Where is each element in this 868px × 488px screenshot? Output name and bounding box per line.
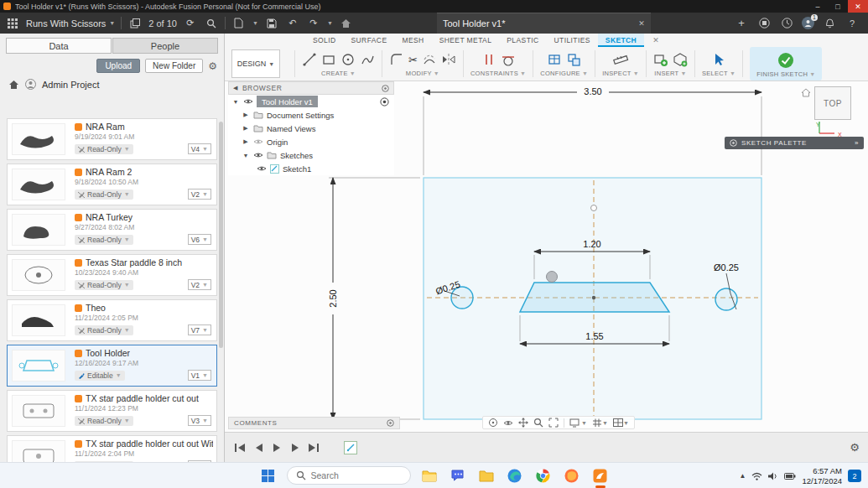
tree-expand-icon[interactable]: ▶ xyxy=(242,125,250,132)
document-tab-close-icon[interactable]: ✕ xyxy=(638,19,645,28)
comments-options-icon[interactable] xyxy=(387,419,394,427)
new-folder-button[interactable]: New Folder xyxy=(145,59,203,73)
browser-node-origin[interactable]: ▶ Origin xyxy=(228,135,394,148)
group-label[interactable]: CONFIGURE xyxy=(540,70,580,77)
pan-icon[interactable] xyxy=(518,418,528,428)
group-label[interactable]: INSERT xyxy=(654,70,678,77)
document-tab[interactable]: Tool Holder v1* ✕ xyxy=(437,13,651,34)
chrome-browser-icon[interactable] xyxy=(533,465,554,485)
fillet-tool-icon[interactable] xyxy=(389,52,404,67)
minimize-button[interactable]: – xyxy=(808,0,828,13)
version-dropdown[interactable]: V6▼ xyxy=(188,234,211,245)
finish-sketch-button[interactable]: FINISH SKETCH▼ xyxy=(750,47,822,80)
access-badge[interactable]: Read-Only▼ xyxy=(75,235,133,245)
design-card[interactable]: Texas Star paddle 8 inch 10/23/2024 9:40… xyxy=(7,254,217,296)
tab-surface[interactable]: SURFACE xyxy=(344,34,395,47)
group-label[interactable]: MODIFY xyxy=(406,70,432,77)
file-menu-icon[interactable] xyxy=(231,16,247,31)
offset-tool-icon[interactable] xyxy=(422,52,437,67)
tree-expand-icon[interactable]: ▼ xyxy=(242,153,250,158)
notifications-bell-icon[interactable] xyxy=(822,16,837,31)
activate-component-icon[interactable] xyxy=(380,97,389,106)
avatar[interactable]: 1 xyxy=(802,17,814,29)
configuration-icon[interactable] xyxy=(566,52,581,67)
timeline-sketch-feature[interactable] xyxy=(344,441,357,454)
visibility-eye-icon[interactable] xyxy=(257,165,267,172)
firefox-browser-icon[interactable] xyxy=(562,465,582,485)
search-input[interactable] xyxy=(311,470,395,480)
browser-root-node[interactable]: Tool Holder v1 xyxy=(257,96,318,107)
group-label[interactable]: CONSTRAINTS xyxy=(470,70,518,77)
dimension-overall-width[interactable]: 3.50 xyxy=(584,86,601,96)
notification-count-badge[interactable]: 2 xyxy=(848,470,861,482)
timeline-skip-end-button[interactable] xyxy=(307,441,320,454)
sketch-tab-close-icon[interactable]: ✕ xyxy=(644,34,668,47)
clock[interactable]: 6:57 AM 12/17/2024 xyxy=(802,466,842,486)
team-dropdown[interactable]: Runs With Scissors ▼ xyxy=(26,18,115,29)
comments-bar[interactable]: COMMENTS xyxy=(228,417,400,429)
timeline-step-forward-button[interactable] xyxy=(288,441,302,454)
viewcube-home-icon[interactable] xyxy=(801,88,811,97)
tree-expand-icon[interactable]: ▼ xyxy=(231,99,240,105)
zoom-icon[interactable] xyxy=(533,418,543,428)
tab-data[interactable]: Data xyxy=(6,38,112,54)
battery-icon[interactable] xyxy=(784,473,796,480)
right-hole-circle[interactable] xyxy=(715,288,737,310)
browser-node-document-settings[interactable]: ▶ Document Settings xyxy=(228,108,394,122)
browser-root-row[interactable]: ▼ Tool Holder v1 xyxy=(228,95,394,108)
trim-scissors-icon[interactable]: ✂ xyxy=(408,54,418,66)
sketch-point[interactable] xyxy=(591,205,597,211)
rectangle-tool-icon[interactable] xyxy=(321,52,336,67)
save-icon[interactable] xyxy=(264,16,279,31)
drag-gizmo[interactable] xyxy=(547,272,558,283)
viewports-icon[interactable]: ▼ xyxy=(613,418,629,427)
version-dropdown[interactable]: V2▼ xyxy=(188,279,211,290)
tab-sketch[interactable]: SKETCH xyxy=(598,34,644,47)
help-icon[interactable]: ? xyxy=(845,16,860,31)
configure-table-icon[interactable] xyxy=(547,52,562,67)
tab-people[interactable]: People xyxy=(112,38,218,54)
insert-canvas-icon[interactable] xyxy=(653,52,668,67)
maximize-button[interactable]: □ xyxy=(828,0,848,13)
doc-stack-icon[interactable] xyxy=(127,16,143,31)
teams-chat-icon[interactable] xyxy=(448,465,468,485)
tab-mesh[interactable]: MESH xyxy=(394,34,431,47)
tab-plastic[interactable]: PLASTIC xyxy=(499,34,546,47)
spline-tool-icon[interactable] xyxy=(360,52,375,67)
viewcube-face-top[interactable]: TOP xyxy=(814,86,851,120)
refresh-icon[interactable]: ⟳ xyxy=(183,16,198,31)
visibility-eye-icon[interactable] xyxy=(253,152,263,158)
tree-expand-icon[interactable]: ▶ xyxy=(242,138,250,145)
taskbar-search[interactable] xyxy=(287,466,411,485)
display-settings-icon[interactable]: ▼ xyxy=(569,418,587,428)
constraint-lines-icon[interactable] xyxy=(481,52,496,67)
timeline-settings-gear-icon[interactable]: ⚙ xyxy=(850,441,860,454)
access-badge[interactable]: Editable▼ xyxy=(75,371,125,381)
search-icon[interactable] xyxy=(204,16,219,31)
group-label[interactable]: CREATE xyxy=(321,70,348,77)
sketch-palette-bar[interactable]: SKETCH PALETTE » xyxy=(725,137,864,149)
version-dropdown[interactable]: V4▼ xyxy=(188,143,211,154)
tangent-constraint-icon[interactable] xyxy=(501,52,516,67)
tab-solid[interactable]: SOLID xyxy=(305,34,344,47)
new-tab-plus-icon[interactable]: + xyxy=(734,16,749,31)
job-status-icon[interactable] xyxy=(779,16,794,31)
version-dropdown[interactable]: V3▼ xyxy=(188,415,211,426)
design-card[interactable]: TX star paddle holder cut out Wit... 11/… xyxy=(7,435,217,462)
dimension-right-hole[interactable]: Ø0.25 xyxy=(714,262,739,273)
tree-expand-icon[interactable]: ▶ xyxy=(242,112,250,118)
dimension-overall-height[interactable]: 2.50 xyxy=(328,289,338,307)
line-tool-icon[interactable] xyxy=(302,52,317,67)
group-label[interactable]: SELECT xyxy=(702,70,728,77)
app-grid-icon[interactable] xyxy=(5,16,20,31)
tab-utilities[interactable]: UTILITIES xyxy=(547,34,598,47)
timeline-skip-start-button[interactable] xyxy=(233,441,247,454)
design-card[interactable]: NRA Ram 2 9/18/2024 10:50 AM Read-Only▼ … xyxy=(7,164,217,205)
timeline-step-back-button[interactable] xyxy=(252,441,265,454)
volume-icon[interactable] xyxy=(768,472,778,480)
design-card[interactable]: NRA Ram 9/19/2024 9:01 AM Read-Only▼ V4▼ xyxy=(7,118,217,160)
select-cursor-icon[interactable] xyxy=(711,52,726,67)
access-badge[interactable]: Read-Only▼ xyxy=(75,144,133,154)
design-card[interactable]: TX star paddle holder cut out 11/1/2024 … xyxy=(7,390,217,432)
access-badge[interactable]: Read-Only▼ xyxy=(75,325,133,335)
